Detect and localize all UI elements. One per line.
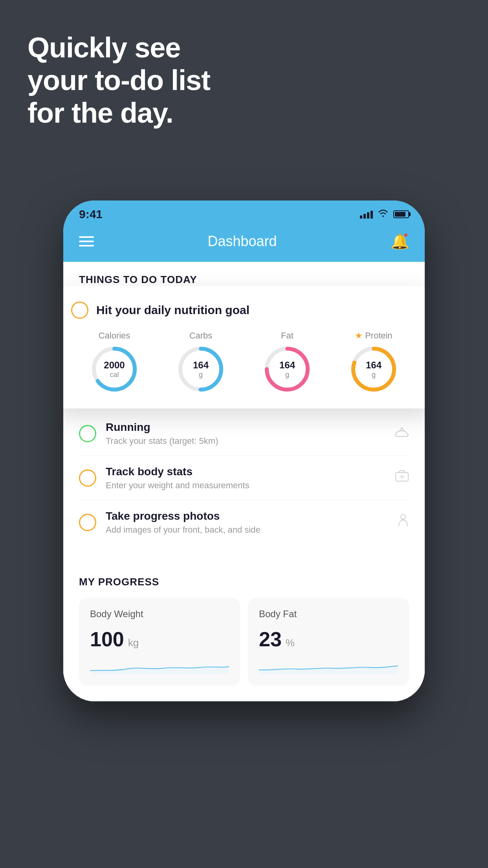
- photos-title: Take progress photos: [106, 510, 388, 522]
- protein-item: ★ Protein 164 g: [350, 331, 397, 393]
- progress-cards: Body Weight 100 kg: [79, 598, 409, 686]
- person-icon: [397, 514, 409, 531]
- body-stats-checkbox[interactable]: [79, 469, 96, 487]
- body-fat-unit: %: [286, 637, 295, 649]
- carbs-label: Carbs: [189, 331, 213, 341]
- hero-line2: your to-do list: [28, 64, 210, 97]
- body-weight-value: 100: [90, 627, 124, 651]
- body-weight-value-row: 100 kg: [90, 627, 229, 651]
- status-icons: [360, 209, 409, 220]
- body-weight-unit: kg: [128, 637, 139, 649]
- body-fat-value-row: 23 %: [259, 627, 398, 651]
- calories-circle: 2000 cal: [91, 346, 138, 393]
- todo-item-photos[interactable]: Take progress photos Add images of your …: [79, 500, 409, 544]
- nutrition-row: Calories 2000 cal: [71, 331, 417, 393]
- calories-item: Calories 2000 cal: [91, 331, 138, 393]
- body-fat-chart: [259, 659, 398, 675]
- body-weight-chart: [90, 659, 229, 675]
- spacer: [63, 544, 425, 560]
- status-time: 9:41: [79, 208, 103, 221]
- nav-bar: Dashboard 🔔: [63, 225, 425, 262]
- running-subtitle: Track your stats (target: 5km): [106, 436, 385, 446]
- running-title: Running: [106, 421, 385, 434]
- photos-subtitle: Add images of your front, back, and side: [106, 525, 388, 535]
- nav-title: Dashboard: [207, 233, 277, 250]
- battery-icon: [393, 210, 409, 218]
- running-checkbox[interactable]: [79, 425, 96, 442]
- calories-label: Calories: [99, 331, 130, 341]
- todo-item-body-stats[interactable]: Track body stats Enter your weight and m…: [79, 456, 409, 500]
- body-weight-card[interactable]: Body Weight 100 kg: [79, 598, 240, 686]
- notification-button[interactable]: 🔔: [391, 233, 409, 250]
- photos-content: Take progress photos Add images of your …: [106, 510, 388, 535]
- scale-icon: [395, 470, 409, 486]
- body-fat-value: 23: [259, 627, 282, 651]
- nutrition-card-title: Hit your daily nutrition goal: [96, 303, 250, 317]
- card-area: Hit your daily nutrition goal Calories: [63, 294, 425, 364]
- fat-label: Fat: [281, 331, 294, 341]
- fat-circle: 164 g: [264, 346, 311, 393]
- menu-button[interactable]: [79, 236, 94, 246]
- hero-line1: Quickly see: [28, 31, 210, 64]
- protein-label: ★ Protein: [355, 331, 393, 341]
- protein-circle: 164 g: [350, 346, 397, 393]
- body-stats-title: Track body stats: [106, 465, 385, 478]
- photos-checkbox[interactable]: [79, 514, 96, 531]
- phone-wrapper: 9:41: [63, 200, 425, 701]
- svg-point-11: [401, 515, 405, 519]
- body-weight-title: Body Weight: [90, 609, 229, 620]
- progress-title: MY PROGRESS: [79, 576, 409, 588]
- shoe-icon: [395, 427, 409, 441]
- nutrition-card: Hit your daily nutrition goal Calories: [63, 286, 425, 408]
- body-fat-title: Body Fat: [259, 609, 398, 620]
- wifi-icon: [378, 209, 389, 220]
- content-area: THINGS TO DO TODAY Hit your daily nutrit…: [63, 262, 425, 701]
- todo-item-running[interactable]: Running Track your stats (target: 5km): [79, 412, 409, 456]
- status-bar: 9:41: [63, 200, 425, 225]
- hero-text: Quickly see your to-do list for the day.: [28, 31, 210, 129]
- nutrition-checkbox[interactable]: [71, 302, 88, 319]
- body-stats-subtitle: Enter your weight and measurements: [106, 480, 385, 491]
- body-fat-card[interactable]: Body Fat 23 %: [248, 598, 409, 686]
- fat-item: Fat 164 g: [264, 331, 311, 393]
- carbs-circle: 164 g: [177, 346, 224, 393]
- star-icon: ★: [355, 331, 363, 341]
- signal-icon: [360, 210, 373, 219]
- card-header: Hit your daily nutrition goal: [71, 302, 417, 319]
- carbs-item: Carbs 164 g: [177, 331, 224, 393]
- hero-line3: for the day.: [28, 97, 210, 129]
- todo-list: Running Track your stats (target: 5km): [63, 412, 425, 544]
- progress-section: MY PROGRESS Body Weight 100 kg: [63, 560, 425, 701]
- phone-shell: 9:41: [63, 200, 425, 701]
- notification-badge: [404, 233, 408, 237]
- running-content: Running Track your stats (target: 5km): [106, 421, 385, 446]
- body-stats-content: Track body stats Enter your weight and m…: [106, 465, 385, 491]
